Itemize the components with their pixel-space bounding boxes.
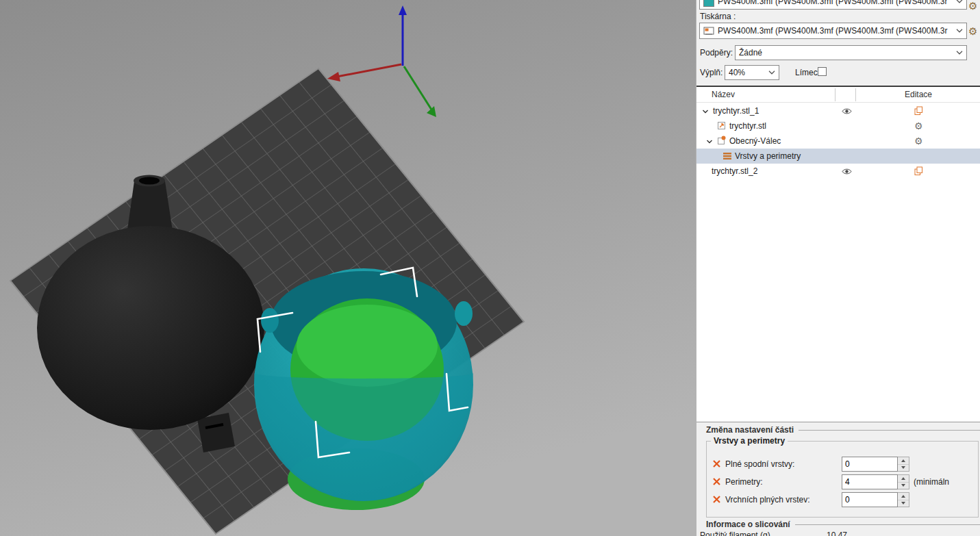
filament-used-label: Použitý filament (g) — [700, 531, 770, 536]
supports-value: Žádné — [739, 48, 953, 58]
tree-edit-header: Editace — [905, 90, 932, 99]
printer-label: Tiskárna : — [700, 12, 736, 21]
printer-icon — [703, 26, 714, 36]
layers-icon — [723, 152, 732, 160]
app-window: PWS400M.3mf (PWS400M.3mf (PWS400M.3mf (P… — [0, 0, 980, 536]
object-tree: Název Editace trychtyr.stl_1 — [696, 87, 980, 422]
slicing-info-section: Informace o slicování — [706, 520, 980, 529]
brim-label: Límec: — [795, 68, 820, 77]
spin-up-button[interactable] — [898, 493, 909, 500]
part-icon — [717, 121, 726, 130]
spin-up-button[interactable] — [898, 475, 909, 483]
brim-checkbox[interactable] — [818, 67, 827, 76]
part-settings-section: Změna nastavení části — [706, 425, 980, 435]
setting-suffix: (minimáln — [914, 477, 949, 487]
tree-name-header: Název — [712, 90, 735, 99]
tree-row-part[interactable]: trychtyr.stl ⚙ — [696, 118, 980, 133]
column-separator — [855, 88, 856, 101]
settings-panel: PWS400M.3mf (PWS400M.3mf (PWS400M.3mf (P… — [696, 0, 980, 536]
3d-viewport[interactable] — [0, 0, 696, 536]
part-settings-gear-icon[interactable]: ⚙ — [914, 121, 923, 131]
section-rule — [799, 430, 980, 431]
bottom-layers-input[interactable] — [842, 457, 898, 472]
column-separator — [835, 88, 835, 101]
edit-copy-icon[interactable] — [914, 166, 923, 176]
spin-down-button[interactable] — [898, 465, 909, 472]
remove-setting-icon[interactable] — [713, 478, 720, 485]
spin-up-button[interactable] — [898, 457, 909, 465]
tree-header: Název Editace — [696, 87, 980, 103]
filament-combo-value: PWS400M.3mf (PWS400M.3mf (PWS400M.3mf (P… — [718, 0, 953, 6]
infill-dropdown[interactable]: 40% — [725, 65, 779, 80]
chevron-down-icon — [956, 29, 963, 33]
eye-icon[interactable] — [842, 107, 852, 115]
perimeters-spinner[interactable] — [842, 474, 909, 489]
chevron-down-icon — [956, 0, 963, 3]
infill-label: Výplň: — [700, 68, 723, 77]
printer-combo[interactable]: PWS400M.3mf (PWS400M.3mf (PWS400M.3mf (P… — [699, 23, 967, 39]
layers-perimeters-groupbox: Vrstvy a perimetry Plné spodní vrstvy: — [706, 436, 979, 518]
object-name: trychtyr.stl_1 — [713, 106, 759, 116]
scene-canvas[interactable] — [0, 0, 696, 536]
supports-label: Podpěry: — [700, 48, 733, 58]
slicing-info-section-title: Informace o slicování — [706, 520, 790, 529]
tree-row-modifier[interactable]: Obecný-Válec ⚙ — [696, 133, 980, 149]
infill-value: 40% — [729, 68, 765, 77]
remove-setting-icon[interactable] — [713, 496, 720, 503]
setting-label: Perimetry: — [725, 477, 763, 487]
layer-settings-name: Vrstvy a perimetry — [735, 151, 801, 161]
setting-row-perimeters: Perimetry: (minimáln — [707, 474, 978, 489]
object-name: trychtyr.stl_2 — [712, 166, 757, 176]
section-rule — [795, 524, 980, 525]
top-layers-input[interactable] — [842, 492, 898, 507]
setting-label: Plné spodní vrstvy: — [725, 459, 794, 469]
part-name: trychtyr.stl — [729, 121, 766, 131]
tree-row-object-1[interactable]: trychtyr.stl_1 — [696, 103, 980, 118]
spin-down-button[interactable] — [898, 483, 909, 489]
filament-used-value: 10.47 — [827, 531, 847, 536]
filament-combo[interactable]: PWS400M.3mf (PWS400M.3mf (PWS400M.3mf (P… — [699, 0, 967, 10]
modifier-settings-gear-icon[interactable]: ⚙ — [914, 136, 923, 146]
perimeters-input[interactable] — [842, 474, 898, 489]
tree-row-object-2[interactable]: trychtyr.stl_2 — [696, 164, 980, 179]
modifier-name: Obecný-Válec — [729, 136, 781, 146]
supports-dropdown[interactable]: Žádné — [735, 45, 967, 60]
setting-label: Vrchních plných vrstev: — [725, 495, 810, 505]
filament-color-swatch — [703, 0, 714, 7]
part-settings-section-title: Změna nastavení části — [706, 425, 794, 435]
chevron-down-icon — [956, 51, 963, 55]
printer-combo-value: PWS400M.3mf (PWS400M.3mf (PWS400M.3mf (P… — [718, 26, 953, 36]
top-layers-spinner[interactable] — [842, 492, 909, 507]
groupbox-title: Vrstvy a perimetry — [711, 436, 788, 446]
bottom-layers-spinner[interactable] — [842, 457, 909, 472]
chevron-down-icon — [768, 71, 775, 75]
edit-copy-icon[interactable] — [914, 106, 923, 116]
modifier-icon — [717, 136, 726, 144]
remove-setting-icon[interactable] — [713, 460, 720, 468]
tree-row-layer-settings[interactable]: Vrstvy a perimetry — [696, 149, 980, 164]
setting-row-top-layers: Vrchních plných vrstev: — [707, 492, 978, 507]
printer-settings-gear-icon[interactable]: ⚙ — [968, 26, 977, 36]
spin-down-button[interactable] — [898, 500, 909, 507]
bowl-model[interactable] — [254, 268, 473, 501]
collapse-chevron-icon[interactable] — [702, 109, 709, 114]
setting-row-bottom-layers: Plné spodní vrstvy: — [707, 457, 978, 472]
collapse-chevron-icon[interactable] — [706, 139, 713, 144]
eye-icon[interactable] — [842, 168, 852, 175]
filament-settings-gear-icon[interactable]: ⚙ — [968, 1, 977, 11]
